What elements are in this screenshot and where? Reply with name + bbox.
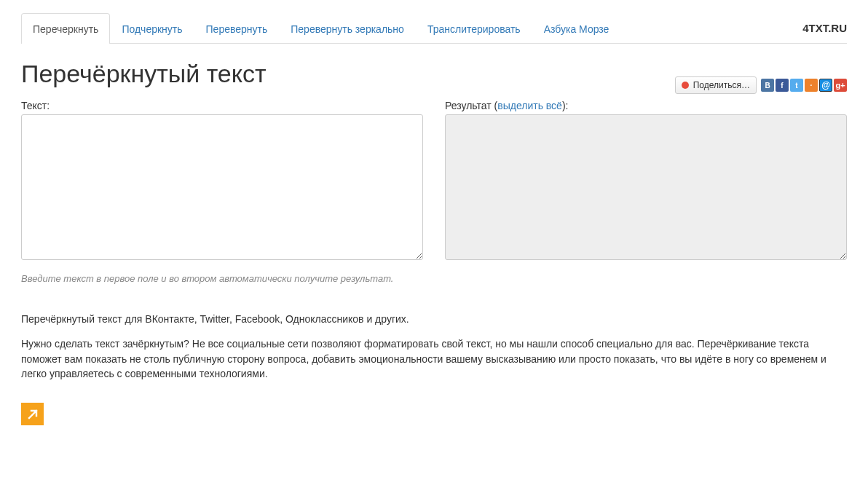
share-fb-icon[interactable]: f [776,79,789,92]
input-label: Текст: [21,100,423,111]
result-textarea[interactable] [445,114,847,260]
site-brand[interactable]: 4TXT.RU [802,13,847,43]
share-gp-icon[interactable]: g+ [834,79,847,92]
tab-5[interactable]: Азбука Морзе [532,13,621,44]
arrow-up-right-icon [26,408,39,421]
share-mm-icon[interactable]: @ [819,79,832,92]
tab-2[interactable]: Перевернуть [194,13,280,44]
tab-3[interactable]: Перевернуть зеркально [279,13,416,44]
share-button-label: Поделиться… [693,80,750,90]
share-ok-icon[interactable]: · [805,79,818,92]
hint-text: Введите текст в первое поле и во втором … [21,273,847,284]
tab-0: Перечеркнуть [21,13,110,44]
share-button[interactable]: Поделиться… [675,76,757,94]
share-icon [682,82,689,89]
share-tw-icon[interactable]: t [790,79,803,92]
tab-bar: ПеречеркнутьПодчеркнутьПеревернутьПереве… [21,13,847,44]
liveinternet-counter[interactable] [21,403,44,425]
description-2: Нужно сделать текст зачёркнутым? Не все … [21,336,847,381]
share-panel: Поделиться… Bft·@g+ [675,76,847,94]
select-all-link[interactable]: выделить всё [497,100,562,111]
result-label: Результат (выделить всё): [445,100,847,111]
tab-1[interactable]: Подчеркнуть [110,13,194,44]
description-1: Перечёркнутый текст для ВКонтакте, Twitt… [21,312,847,326]
input-textarea[interactable] [21,114,423,260]
tab-4[interactable]: Транслитерировать [416,13,532,44]
share-vk-icon[interactable]: B [761,79,774,92]
